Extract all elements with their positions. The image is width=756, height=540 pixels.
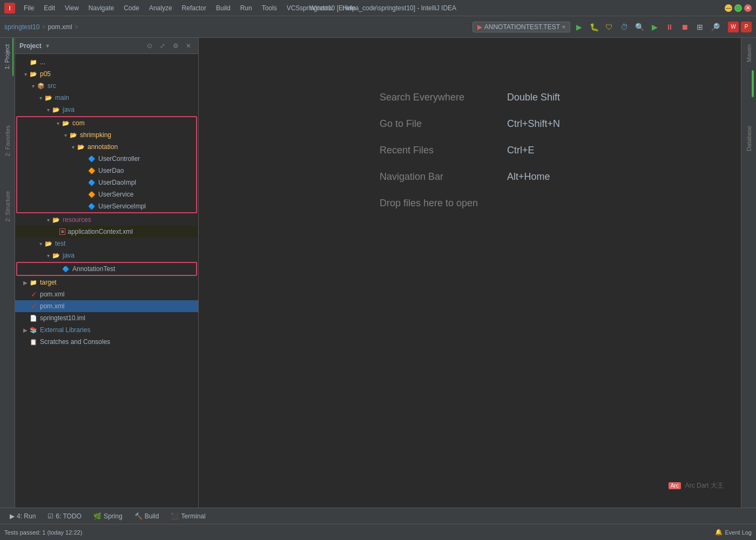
run-tab-label: 4: Run — [17, 512, 36, 520]
ud-label: UserDao — [98, 167, 124, 174]
shortcut-row-search: Search Everywhere Double Shift — [380, 92, 560, 103]
tree-item-usercontroller[interactable]: 🔷 UserController — [17, 153, 196, 165]
tree-item-test[interactable]: ▾ 📂 test — [15, 238, 198, 249]
layout-button[interactable]: ⊞ — [693, 21, 706, 33]
breadcrumb-file1[interactable]: pom.xml — [48, 23, 72, 31]
tab-favorites[interactable]: 2: Favorites — [2, 119, 13, 163]
tree-item-src[interactable]: ▾ 📦 src — [15, 80, 198, 92]
tab-spring[interactable]: 🌿 Spring — [88, 511, 128, 521]
main-label: main — [55, 94, 69, 102]
test-label: test — [55, 240, 65, 247]
tree-item-userservice[interactable]: 🔶 UserService — [17, 188, 196, 200]
udi-class-icon: 🔷 — [87, 178, 96, 187]
p05-arrow-icon: ▾ — [22, 71, 29, 77]
tab-project[interactable]: 1: Project — [2, 38, 14, 76]
annotation-test-group: 🔷 AnnotationTest — [16, 262, 197, 276]
tab-run[interactable]: ▶ 4: Run — [4, 511, 41, 521]
tree-item-annotation[interactable]: ▾ 📂 annotation — [17, 141, 196, 153]
tree-item-target[interactable]: ▶ 📁 target — [15, 276, 198, 288]
target-icon[interactable]: ⊙ — [144, 40, 155, 51]
shrimpking-folder-icon: 📂 — [69, 131, 78, 139]
tree-item-pomxml1[interactable]: ✓ pom.xml — [15, 288, 198, 300]
maximize-button[interactable]: □ — [734, 4, 742, 12]
close-panel-icon[interactable]: ✕ — [183, 40, 194, 51]
event-log-icon: 🔔 — [715, 529, 723, 536]
tree-item-userdaoimpl[interactable]: 🔷 UserDaoImpl — [17, 177, 196, 188]
tree-item-pomxml2[interactable]: ✓ pom.xml — [15, 300, 198, 312]
pom1-label: pom.xml — [40, 291, 64, 298]
extlib-label: External Libraries — [40, 326, 90, 334]
ud-interface-icon: 🔶 — [87, 166, 96, 175]
tree-item-p05[interactable]: ▾ 📂 p05 — [15, 68, 198, 80]
tree-item-userserviceimpl[interactable]: 🔷 UserServiceImpl — [17, 200, 196, 212]
tree-item-scrolled[interactable]: 📁 ... — [15, 56, 198, 68]
minimize-button[interactable]: — — [725, 4, 732, 12]
tree-item-annotationtest[interactable]: 🔷 AnnotationTest — [17, 263, 196, 275]
tab-structure[interactable]: 2: Structure — [2, 185, 13, 228]
coverage-button[interactable]: 🛡 — [603, 21, 616, 33]
shortcut-gotofile-label: Go to File — [380, 118, 498, 130]
usi-label: UserServiceImpl — [98, 202, 146, 210]
run-button[interactable]: ▶ — [572, 21, 585, 33]
profile-button[interactable]: ⏱ — [618, 21, 631, 33]
shortcut-row-gotofile: Go to File Ctrl+Shift+N — [380, 118, 560, 130]
menu-code[interactable]: Code — [119, 3, 144, 13]
menu-tools[interactable]: Tools — [258, 3, 281, 13]
tree-item-java2[interactable]: ▾ 📂 java — [15, 249, 198, 261]
watermark: Arc Arc Dart 大王 — [669, 481, 724, 490]
tree-item-appcontext[interactable]: ≡ applicationContext.xml — [15, 226, 198, 238]
shortcut-gotofile-key: Ctrl+Shift+N — [507, 118, 560, 130]
test-folder-icon: 📂 — [44, 239, 53, 248]
tab-todo[interactable]: ☑ 6: TODO — [42, 511, 87, 521]
pause-button[interactable]: ⏸ — [663, 21, 676, 33]
tree-item-com[interactable]: ▾ 📂 com — [17, 117, 196, 129]
run-config-dropdown-icon[interactable]: ▾ — [562, 23, 565, 31]
find-button[interactable]: 🔎 — [708, 21, 721, 33]
todo-tab-label: 6: TODO — [56, 512, 82, 520]
search-button[interactable]: 🔍 — [633, 21, 646, 33]
run2-button[interactable]: ▶ — [648, 21, 661, 33]
tree-item-extlib[interactable]: ▶ 📚 External Libraries — [15, 324, 198, 336]
menu-navigate[interactable]: Navigate — [84, 3, 118, 13]
settings-icon[interactable]: ⚙ — [170, 40, 181, 51]
tree-item-java[interactable]: ▾ 📂 java — [15, 104, 198, 116]
vertical-tabs: 1: Project 2: Favorites 2: Structure — [0, 38, 15, 508]
tree-item-iml[interactable]: 📄 springtest10.iml — [15, 312, 198, 324]
shortcuts-panel: Search Everywhere Double Shift Go to Fil… — [358, 81, 582, 220]
project-panel: Project ▾ ⊙ ⤢ ⚙ ✕ 📁 ... ▾ 📂 p05 — [15, 38, 199, 508]
res-folder-icon: 📂 — [52, 215, 60, 224]
breadcrumb-project[interactable]: springtest10 — [4, 23, 39, 31]
menu-refactor[interactable]: Refactor — [178, 3, 211, 13]
menu-build[interactable]: Build — [212, 3, 235, 13]
java-arrow-icon: ▾ — [44, 107, 52, 113]
debug-button[interactable]: 🐛 — [588, 21, 600, 33]
folder-icon: 📁 — [29, 58, 38, 66]
stop-button[interactable]: ⏹ — [678, 21, 691, 33]
tree-item-main[interactable]: ▾ 📂 main — [15, 92, 198, 104]
tree-item-userdao[interactable]: 🔶 UserDao — [17, 165, 196, 177]
tab-build[interactable]: 🔨 Build — [129, 511, 165, 521]
menu-run[interactable]: Run — [236, 3, 256, 13]
expand-icon[interactable]: ⤢ — [157, 40, 168, 51]
shortcut-search-key: Double Shift — [507, 92, 560, 103]
tab-terminal[interactable]: ⬛ Terminal — [165, 511, 211, 521]
menu-analyze[interactable]: Analyze — [145, 3, 177, 13]
shortcut-navbar-label: Navigation Bar — [380, 171, 498, 183]
tree-item-shrimpking[interactable]: ▾ 📂 shrimpking — [17, 129, 196, 141]
menu-edit[interactable]: Edit — [39, 3, 59, 13]
tree-item-scratches[interactable]: 📋 Scratches and Consoles — [15, 336, 198, 348]
main-folder-icon: 📂 — [44, 93, 53, 102]
maven-tab[interactable]: Maven — [744, 40, 754, 66]
main-area: 1: Project 2: Favorites 2: Structure Pro… — [0, 38, 756, 508]
tree-item-resources[interactable]: ▾ 📂 resources — [15, 214, 198, 226]
breadcrumb: springtest10 > pom.xml > — [4, 23, 78, 31]
pom2-label: pom.xml — [40, 302, 64, 310]
editor-area: Search Everywhere Double Shift Go to Fil… — [199, 38, 741, 508]
database-tab[interactable]: Database — [744, 122, 754, 156]
udi-label: UserDaoImpl — [98, 179, 136, 186]
menu-view[interactable]: View — [60, 3, 83, 13]
close-button[interactable]: ✕ — [744, 4, 752, 12]
event-log-button[interactable]: 🔔 Event Log — [715, 529, 752, 536]
menu-file[interactable]: File — [19, 3, 38, 13]
run-config-selector[interactable]: ▶ ANNOTATIONTEST.TEST ▾ — [473, 22, 570, 32]
